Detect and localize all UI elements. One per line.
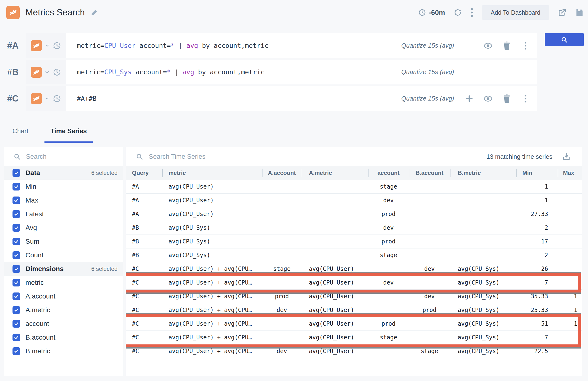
sidebar-item-latest[interactable]: Latest: [4, 207, 123, 221]
result-tabs: Chart Time Series: [13, 128, 87, 143]
table-row[interactable]: #Cavg(CPU_User) + avg(CPU…avg(CPU_User)p…: [126, 317, 582, 331]
table-row[interactable]: #Aavg(CPU_User)stage1: [126, 180, 582, 194]
column-header-query[interactable]: Query: [126, 166, 162, 180]
table-cell: #C: [126, 293, 162, 300]
quantize-history-icon[interactable]: [52, 94, 62, 103]
table-row[interactable]: #Cavg(CPU_User) + avg(CPU…avg(CPU_User)d…: [126, 276, 582, 290]
checkbox-checked[interactable]: [13, 306, 20, 314]
kebab-icon[interactable]: [521, 94, 530, 103]
table-cell: avg(CPU_Sys): [162, 238, 262, 245]
checkbox-checked[interactable]: [13, 292, 20, 300]
table-row[interactable]: #Bavg(CPU_Sys)stage2: [126, 248, 582, 262]
tab-chart[interactable]: Chart: [13, 128, 28, 143]
save-icon[interactable]: [575, 8, 584, 17]
sidebar-search-input[interactable]: [26, 153, 105, 160]
table-cell: dev: [409, 266, 450, 272]
chevron-down-icon[interactable]: [44, 43, 50, 48]
quantize-setting[interactable]: Quantize 15s (avg): [401, 95, 454, 102]
column-header-b-account[interactable]: B.account: [409, 166, 450, 180]
chevron-down-icon[interactable]: [44, 69, 50, 75]
checkbox-checked[interactable]: [13, 169, 20, 177]
tab-time-series[interactable]: Time Series: [50, 128, 87, 143]
query-expression[interactable]: #A+#B: [77, 95, 401, 102]
run-search-button[interactable]: [545, 33, 584, 46]
column-header-max[interactable]: Max: [558, 166, 582, 180]
sidebar-item-label: B.metric: [25, 347, 50, 355]
table-row[interactable]: #Cavg(CPU_User) + avg(CPU…devavg(CPU_Use…: [126, 303, 582, 317]
column-header-a-metric[interactable]: A.metric: [302, 166, 368, 180]
share-icon[interactable]: [558, 8, 566, 17]
trash-icon[interactable]: [502, 94, 511, 103]
sidebar-item-avg[interactable]: Avg: [4, 221, 123, 235]
table-row[interactable]: #Cavg(CPU_User) + avg(CPU…devavg(CPU_Use…: [126, 344, 582, 358]
sidebar-item-b-account[interactable]: B.account: [4, 331, 123, 344]
sidebar-item-max[interactable]: Max: [4, 193, 123, 207]
checkbox-checked[interactable]: [13, 347, 20, 355]
query-type-cell: [26, 60, 66, 84]
eye-icon[interactable]: [483, 94, 493, 103]
checkbox-checked[interactable]: [13, 224, 20, 232]
table-row[interactable]: #Aavg(CPU_User)prod27.33: [126, 207, 582, 221]
zigzag-chart-icon: [9, 8, 17, 17]
table-row[interactable]: #Cavg(CPU_User) + avg(CPU…avg(CPU_User)s…: [126, 331, 582, 344]
checkbox-checked[interactable]: [13, 210, 20, 218]
sidebar-item-count[interactable]: Count: [4, 248, 123, 262]
sidebar-item-label: Avg: [25, 224, 37, 232]
sidebar-item-metric[interactable]: metric: [4, 276, 123, 289]
checkbox-checked[interactable]: [13, 334, 20, 341]
table-row[interactable]: #Cavg(CPU_User) + avg(CPU…prodavg(CPU_Us…: [126, 290, 582, 303]
sidebar-item-min[interactable]: Min: [4, 180, 123, 193]
refresh-icon[interactable]: [454, 8, 462, 17]
table-row[interactable]: #Aavg(CPU_User)dev1: [126, 194, 582, 207]
query-segment: |: [174, 42, 186, 49]
checkbox-checked[interactable]: [13, 238, 20, 245]
sidebar-section-count: 6 selected: [91, 170, 118, 176]
table-cell: avg(CPU_User) + avg(CPU…: [162, 348, 262, 355]
column-header-metric[interactable]: metric: [162, 166, 262, 180]
table-row[interactable]: #Bavg(CPU_Sys)dev2: [126, 221, 582, 235]
quantize-history-icon[interactable]: [52, 67, 62, 77]
checkbox-checked[interactable]: [13, 265, 20, 273]
metrics-query-type-icon[interactable]: [31, 40, 42, 51]
column-header-a-account[interactable]: A.account: [262, 166, 302, 180]
sidebar-item-account[interactable]: account: [4, 317, 123, 331]
table-cell: #C: [126, 334, 162, 341]
checkbox-checked[interactable]: [13, 279, 20, 287]
quantize-history-icon[interactable]: [52, 41, 62, 50]
kebab-icon[interactable]: [521, 41, 530, 50]
quantize-setting[interactable]: Quantize 15s (avg): [401, 68, 454, 76]
time-series-search-input[interactable]: [149, 153, 481, 160]
sidebar-item-b-metric[interactable]: B.metric: [4, 344, 123, 358]
chevron-down-icon[interactable]: [44, 96, 50, 101]
sidebar-item-sum[interactable]: Sum: [4, 235, 123, 248]
metrics-query-type-icon[interactable]: [31, 67, 42, 78]
trash-icon[interactable]: [502, 41, 511, 50]
table-row[interactable]: #Bavg(CPU_Sys)prod17: [126, 235, 582, 248]
column-header-min[interactable]: Min: [516, 166, 558, 180]
table-cell: #A: [126, 183, 162, 190]
query-segment: avg: [186, 42, 198, 49]
table-row[interactable]: #Cavg(CPU_User) + avg(CPU…stageavg(CPU_U…: [126, 262, 582, 276]
kebab-menu-icon[interactable]: [470, 8, 473, 17]
edit-pencil-icon[interactable]: [91, 9, 98, 16]
checkbox-checked[interactable]: [13, 183, 20, 190]
checkbox-checked[interactable]: [13, 320, 20, 328]
query-segment: #A+#B: [77, 95, 96, 102]
download-icon[interactable]: [562, 152, 571, 161]
plus-icon[interactable]: [465, 94, 474, 103]
query-expression[interactable]: metric=CPU_User account=* | avg by accou…: [77, 42, 401, 49]
sidebar-item-a-metric[interactable]: A.metric: [4, 303, 123, 317]
add-to-dashboard-button[interactable]: Add To Dashboard: [482, 5, 549, 20]
table-cell: 27.33: [516, 211, 558, 217]
eye-icon[interactable]: [483, 41, 493, 50]
sidebar-item-a-account[interactable]: A.account: [4, 289, 123, 303]
checkbox-checked[interactable]: [13, 251, 20, 259]
quantize-setting[interactable]: Quantize 15s (avg): [401, 42, 454, 49]
column-header-account[interactable]: account: [368, 166, 409, 180]
time-range-picker[interactable]: -60m: [418, 9, 445, 17]
metrics-query-type-icon[interactable]: [31, 93, 42, 104]
table-cell: avg(CPU_Sys): [450, 334, 516, 341]
query-expression[interactable]: metric=CPU_Sys account=* | avg by accoun…: [77, 68, 401, 76]
column-header-b-metric[interactable]: B.metric: [450, 166, 516, 180]
checkbox-checked[interactable]: [13, 197, 20, 204]
